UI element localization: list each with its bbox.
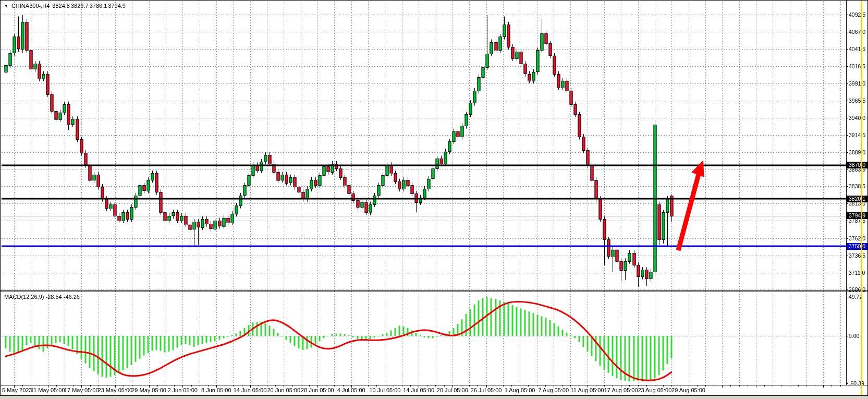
time-axis-label: 10 Jul 05:00 <box>369 387 400 393</box>
time-axis-label: 28 Jun 05:00 <box>301 387 334 393</box>
macd-indicator-label: MACD(12,26,9) -28.54 -46.26 <box>4 294 80 300</box>
hline-price-badge: 3820.1 <box>847 196 867 202</box>
price-axis-label: 3762.0 <box>849 235 865 241</box>
time-axis-label: 26 Jul 05:00 <box>471 387 502 393</box>
macd-signal-value: -46.26 <box>64 294 80 300</box>
macd-main-value: -28.54 <box>45 294 62 300</box>
right-edge-marker <box>861 1 862 395</box>
price-axis-label: 4092.5 <box>849 11 865 18</box>
price-axis-label: 3711.0 <box>849 270 865 276</box>
time-axis-label: 11 May 05:00 <box>31 387 65 393</box>
price-axis-label: 4016.5 <box>849 63 865 69</box>
chart-header: ▼CHINA300-,H4 3824.83826.73786.13794.9 <box>4 3 127 9</box>
time-axis-label: 2 Jun 05:00 <box>167 387 198 393</box>
ohlc-high: 3826.7 <box>71 3 89 9</box>
price-chart-canvas[interactable] <box>1 1 867 395</box>
time-axis-label: 14 Jul 05:00 <box>403 387 434 393</box>
time-axis-label: 4 Jul 05:00 <box>337 387 365 393</box>
time-axis-label: 20 Jun 05:00 <box>267 387 300 393</box>
time-axis-label: 17 Aug 05:00 <box>604 387 638 393</box>
price-axis-label: 3940.0 <box>849 115 865 121</box>
price-axis-label: 3965.5 <box>849 98 865 104</box>
hline-price-badge: 3870.0 <box>847 162 867 168</box>
hline-price-badge: 3750.0 <box>847 243 867 250</box>
time-axis-label: 7 Aug 05:00 <box>538 387 569 393</box>
time-axis-label: 29 May 05:00 <box>131 387 166 393</box>
time-axis-label: 17 May 05:00 <box>64 387 99 393</box>
price-axis-label: 3838.5 <box>849 183 865 189</box>
time-axis-label: 29 Aug 05:00 <box>671 387 705 393</box>
macd-name: MACD(12,26,9) <box>4 294 44 300</box>
time-axis-label: 23 Aug 05:00 <box>638 387 671 393</box>
ohlc-close: 3794.9 <box>108 3 126 9</box>
price-axis-label: 3736.5 <box>849 252 865 259</box>
ohlc-low: 3786.1 <box>90 3 107 9</box>
last-price-badge: 3794.9 <box>847 212 867 219</box>
time-axis-label: 11 Aug 05:00 <box>571 387 604 393</box>
macd-axis-label: 0.00 <box>849 333 859 339</box>
ohlc-open: 3824.8 <box>52 3 70 9</box>
time-axis-label: 14 Jun 05:00 <box>234 387 267 393</box>
chart-window: ▼CHINA300-,H4 3824.83826.73786.13794.9 M… <box>0 0 868 396</box>
price-axis-label: 3991.0 <box>849 80 865 87</box>
price-axis-label: 3914.5 <box>849 132 865 138</box>
time-axis-label: 5 May 2023 <box>2 387 32 393</box>
price-axis-label: 3889.0 <box>849 149 865 155</box>
time-axis-label: 1 Aug 05:00 <box>505 387 535 393</box>
price-axis-label: 4067.0 <box>849 29 865 35</box>
price-axis-label: 4041.5 <box>849 46 865 52</box>
time-axis-label: 20 Jul 05:00 <box>437 387 468 393</box>
time-axis-label: 8 Jun 05:00 <box>201 387 231 393</box>
price-axis-label: 3686.0 <box>849 286 865 293</box>
symbol-period-label: CHINA300-,H4 <box>11 3 50 9</box>
time-axis-label: 23 May 05:00 <box>98 387 133 393</box>
symbol-dropdown-icon: ▼ <box>4 4 8 8</box>
